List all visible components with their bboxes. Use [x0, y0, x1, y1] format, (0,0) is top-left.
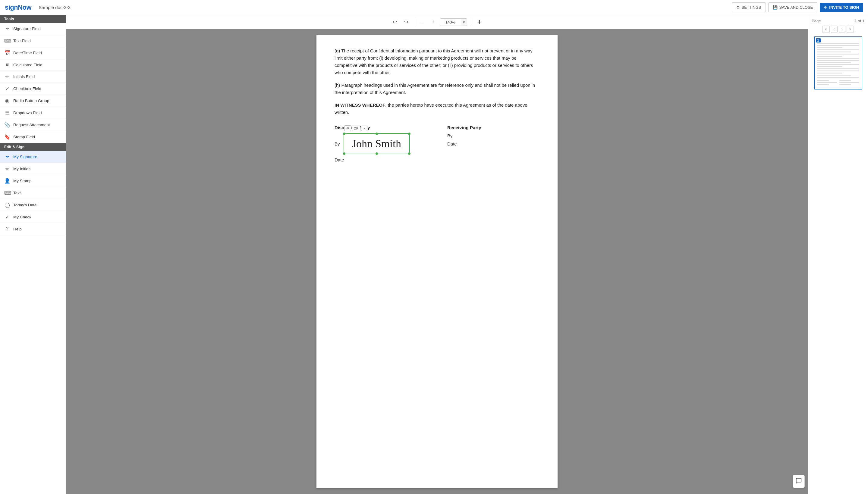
thumb-line-medium	[817, 75, 851, 76]
zoom-dropdown-button[interactable]: ▾	[461, 19, 467, 25]
undo-button[interactable]: ↩	[390, 17, 399, 26]
sidebar-item-dropdown-field[interactable]: ☰ Dropdown Field	[0, 107, 66, 119]
tools-section-title: Tools	[0, 15, 66, 23]
thumb-sig-line	[817, 80, 829, 81]
sidebar-item-text[interactable]: ⌨ Text	[0, 187, 66, 199]
datetime-field-icon: 📅	[4, 50, 10, 56]
thumb-sig-line	[839, 84, 851, 85]
content-area: ↩ ↪ − + 140% ▾ ⬇ (g) The receipt of Conf…	[66, 15, 868, 494]
last-page-button[interactable]: »	[847, 25, 854, 33]
thumb-line-medium	[817, 52, 851, 52]
my-check-icon: ✓	[4, 214, 10, 220]
handle-bottom-left[interactable]	[343, 152, 345, 155]
thumb-sig-line	[817, 84, 829, 85]
handle-top-middle[interactable]	[375, 133, 378, 135]
receiving-date-label: Date	[447, 141, 539, 146]
settings-button[interactable]: ⚙ SETTINGS	[732, 2, 766, 12]
document-wrapper: (g) The receipt of Confidential Informat…	[66, 29, 808, 494]
zoom-control[interactable]: 140% ▾	[440, 18, 467, 26]
main-layout: Tools ✒ Signature Field ⌨ Text Field 📅 D…	[0, 15, 868, 494]
attachment-icon: 📎	[4, 122, 10, 128]
prev-page-button[interactable]: ‹	[831, 25, 837, 33]
sidebar-item-signature-field[interactable]: ✒ Signature Field	[0, 23, 66, 35]
sidebar-item-my-stamp[interactable]: 👤 My Stamp	[0, 175, 66, 187]
thumb-sig-line	[839, 82, 859, 83]
receiving-party-label: Receiving Party	[447, 125, 539, 130]
signature-text: John Smith	[352, 137, 401, 150]
sidebar-item-my-initials[interactable]: ✏ My Initials	[0, 163, 66, 175]
thumb-line	[817, 50, 859, 50]
thumb-line	[817, 71, 859, 71]
thumb-line-short	[817, 73, 843, 74]
toolbar: ↩ ↪ − + 140% ▾ ⬇	[66, 15, 808, 29]
thumb-line	[817, 77, 859, 78]
handle-bottom-middle[interactable]	[375, 152, 378, 155]
handle-top-right[interactable]	[408, 133, 410, 135]
sidebar-item-my-signature[interactable]: ✒ My Signature	[0, 151, 66, 163]
toolbar-separator	[415, 18, 415, 25]
sidebar-item-radio-button-group[interactable]: ◉ Radio Button Group	[0, 95, 66, 107]
my-stamp-icon: 👤	[4, 178, 10, 184]
zoom-value: 140%	[440, 19, 461, 25]
thumb-line-short	[817, 47, 843, 48]
thumb-sig-line	[817, 82, 837, 83]
page-label: Page	[812, 19, 821, 23]
signature-section: Disclosing Party By ⊕ OK ×	[335, 125, 539, 163]
zoom-out-button[interactable]: −	[419, 18, 427, 26]
zoom-in-button[interactable]: +	[429, 18, 437, 26]
initials-field-icon: ✏	[4, 74, 10, 79]
chat-button[interactable]	[793, 475, 805, 488]
page-navigation: « ‹ › »	[822, 25, 854, 33]
next-page-button[interactable]: ›	[839, 25, 845, 33]
paragraph-witness: IN WITNESS WHEREOFIN WITNESS WHEREOF, th…	[335, 101, 539, 116]
header-actions: ⚙ SETTINGS 💾 SAVE AND CLOSE ✈ INVITE TO …	[732, 2, 863, 12]
calculated-field-icon: 🖩	[4, 62, 10, 68]
dropdown-field-icon: ☰	[4, 110, 10, 116]
handle-bottom-right[interactable]	[408, 152, 410, 155]
sidebar-item-request-attachment[interactable]: 📎 Request Attachment	[0, 119, 66, 131]
signature-row: By ⊕ OK ×	[335, 133, 427, 154]
signature-move-button[interactable]: ⊕	[344, 125, 351, 131]
thumb-sig-line	[839, 80, 851, 81]
help-icon: ?	[4, 226, 10, 232]
thumbnail-content	[815, 37, 862, 89]
page-thumbnail[interactable]: 1	[814, 36, 862, 90]
sidebar-item-checkbox-field[interactable]: ✓ Checkbox Field	[0, 83, 66, 95]
edit-sign-section-title: Edit & Sign	[0, 143, 66, 151]
radio-button-icon: ◉	[4, 98, 10, 103]
sidebar-item-initials-field[interactable]: ✏ Initials Field	[0, 71, 66, 83]
sidebar-item-text-field[interactable]: ⌨ Text Field	[0, 35, 66, 47]
chat-icon	[795, 477, 802, 484]
sidebar-item-calculated-field[interactable]: 🖩 Calculated Field	[0, 59, 66, 71]
signature-delete-button[interactable]: ×	[361, 126, 367, 131]
sidebar-item-datetime-field[interactable]: 📅 Date/Time Field	[0, 47, 66, 59]
invite-to-sign-button[interactable]: ✈ INVITE TO SIGN	[820, 3, 863, 12]
invite-icon: ✈	[824, 5, 827, 10]
thumb-line	[817, 60, 859, 61]
thumb-line-short	[817, 56, 843, 57]
thumb-line	[817, 64, 859, 65]
by-label: By	[335, 141, 340, 146]
signature-ok-button[interactable]: OK	[352, 126, 361, 131]
first-page-button[interactable]: «	[822, 25, 830, 33]
sidebar-item-help[interactable]: ? Help	[0, 223, 66, 235]
thumb-line-medium	[817, 62, 851, 63]
document-title: Sample doc-3-3	[39, 5, 732, 10]
signature-box[interactable]: ⊕ OK × Jo	[344, 133, 410, 154]
sidebar: Tools ✒ Signature Field ⌨ Text Field 📅 D…	[0, 15, 66, 494]
receiving-by-label: By	[447, 133, 453, 138]
save-icon: 💾	[773, 5, 778, 10]
sidebar-item-todays-date[interactable]: ◯ Today's Date	[0, 199, 66, 211]
thumb-line	[817, 58, 859, 59]
text-icon: ⌨	[4, 190, 10, 196]
sidebar-item-my-check[interactable]: ✓ My Check	[0, 211, 66, 223]
logo: signNow	[5, 4, 31, 12]
stamp-field-icon: 🔖	[4, 134, 10, 140]
page-number: 1 of 1	[854, 19, 864, 23]
redo-button[interactable]: ↪	[402, 17, 411, 26]
save-and-close-button[interactable]: 💾 SAVE AND CLOSE	[768, 2, 818, 12]
download-button[interactable]: ⬇	[475, 17, 484, 26]
sidebar-item-stamp-field[interactable]: 🔖 Stamp Field	[0, 131, 66, 143]
handle-top-left[interactable]	[343, 133, 345, 135]
signature-controls: ⊕ OK ×	[344, 125, 367, 131]
